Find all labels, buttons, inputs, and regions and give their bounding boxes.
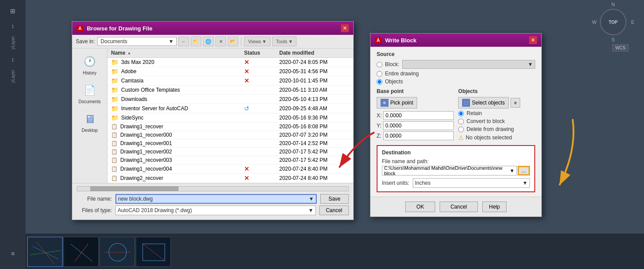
browse-close-button[interactable]: ✕ <box>341 24 349 32</box>
files-of-type-dropdown[interactable]: AutoCAD 2018 Drawing (*.dwg) ▼ <box>115 205 316 215</box>
sidebar-icon-2[interactable]: ↕ <box>4 19 22 33</box>
nav-label-history: History <box>83 71 96 75</box>
wb-actions: OK Cancel Help <box>370 197 541 217</box>
save-in-dropdown[interactable]: Documents ▼ <box>97 37 177 46</box>
file-name-cell: 📋Drawing1_recover002 <box>111 149 244 155</box>
wb-units-dropdown[interactable]: Inches ▼ <box>413 178 530 188</box>
toolbar-new-folder-btn[interactable]: 📂 <box>228 37 238 46</box>
wb-destination-section: Destination File name and path: C:\Users… <box>377 145 535 192</box>
wb-x-input[interactable] <box>383 111 454 120</box>
thumbnail-3[interactable] <box>100 237 135 267</box>
dwg-icon: 📋 <box>111 132 118 138</box>
wb-dest-path-input[interactable]: C:\Users\Mohammad Mahdi\OneDrive\Documen… <box>382 166 517 176</box>
documents-icon: 📄 <box>83 83 97 97</box>
file-status: ✕ <box>244 175 279 182</box>
file-name-input[interactable]: new block.dwg ▼ <box>115 194 317 204</box>
thumbnail-4[interactable] <box>136 237 171 267</box>
toolbar-back-btn[interactable]: ← <box>178 37 189 46</box>
tools-label: Tools <box>276 39 288 44</box>
file-row[interactable]: 📁Adobe ✕ 2020-05-31 4:56 PM <box>107 67 353 76</box>
sidebar-icon-1[interactable]: ⊞ <box>4 4 22 18</box>
wb-dest-path-arrow: ▼ <box>510 168 514 173</box>
wb-two-col: Base point ⊕ Pick point X: Y: Z: <box>377 88 535 142</box>
file-row[interactable]: 📁Custom Office Templates 2020-05-11 3:10… <box>107 86 353 95</box>
wb-units-arrow: ▼ <box>522 180 528 186</box>
wb-z-row: Z: <box>377 131 454 140</box>
file-row[interactable]: 📋Drawing1_recover001 2020-07-14 2:52 PM <box>107 139 353 148</box>
pick-point-icon: ⊕ <box>381 99 389 107</box>
wb-source-objects-row: Objects <box>377 78 535 85</box>
files-of-type-value: AutoCAD 2018 Drawing (*.dwg) <box>118 207 192 213</box>
save-button[interactable]: Save <box>320 194 349 204</box>
wb-cancel-button[interactable]: Cancel <box>440 202 478 212</box>
wb-block-dropdown[interactable]: ▼ <box>402 60 535 69</box>
wb-y-input[interactable] <box>383 121 454 130</box>
browse-scrollbar[interactable] <box>77 186 349 191</box>
wb-base-point-title: Base point <box>377 88 454 94</box>
wb-retain-radio[interactable] <box>458 111 464 116</box>
thumb-svg-3 <box>100 237 135 267</box>
wb-pick-point-btn[interactable]: ⊕ Pick point <box>377 97 417 108</box>
wb-dest-path-value: C:\Users\Mohammad Mahdi\OneDrive\Documen… <box>384 165 510 176</box>
file-row[interactable]: 📋Drawing1_recover000 2020-07-07 3:20 PM <box>107 131 353 139</box>
file-row[interactable]: 📋Drawing1_recover 2020-05-16 8:08 PM <box>107 123 353 131</box>
file-row[interactable]: 📁Inventor Server for AutoCAD ↺ 2020-09-2… <box>107 104 353 113</box>
wb-quickselect-btn[interactable]: ≡ <box>511 98 520 108</box>
wb-dest-browse-btn[interactable]: … <box>518 166 530 176</box>
wb-units-row: Insert units: Inches ▼ <box>382 178 530 188</box>
wb-delete-radio[interactable] <box>458 127 464 132</box>
cancel-button[interactable]: Cancel <box>319 205 349 215</box>
dwg-icon: 📋 <box>111 175 118 181</box>
file-row[interactable]: 📋Drawing1_recover004 ✕ 2020-07-24 8:40 P… <box>107 164 353 174</box>
wb-z-input[interactable] <box>383 131 454 140</box>
files-of-type-label: Files of type: <box>77 207 112 213</box>
nav-item-history[interactable]: 🕐 History <box>74 53 105 77</box>
wb-source-block-radio[interactable] <box>377 62 382 67</box>
file-row[interactable]: 📋Drawing2_recover ✕ 2020-07-24 8:40 PM <box>107 174 353 183</box>
file-row[interactable]: 📋Drawing1_recover002 2020-07-17 5:42 PM <box>107 148 353 156</box>
thumb-content-3 <box>100 237 134 266</box>
wb-source-objects-radio[interactable] <box>377 79 382 85</box>
sort-arrow: ▲ <box>127 51 131 55</box>
svg-rect-2 <box>28 237 63 267</box>
toolbar-folder-btn[interactable]: 📁 <box>191 37 201 46</box>
nav-item-desktop[interactable]: 🖥 Desktop <box>74 110 105 134</box>
toolbar-delete-btn[interactable]: ✕ <box>215 37 226 46</box>
file-table-header: Name ▲ Status Date modified <box>107 49 353 58</box>
wb-convert-label: Convert to block <box>466 118 505 124</box>
wb-close-button[interactable]: ✕ <box>529 36 537 44</box>
wb-source-entire-radio[interactable] <box>377 71 382 77</box>
compass-west: W <box>592 19 596 25</box>
wcs-button[interactable]: WCS <box>612 44 629 52</box>
tools-btn[interactable]: Tools ▼ <box>272 37 296 46</box>
nav-item-documents[interactable]: 📄 Documents <box>74 82 105 106</box>
autocad-logo-icon: A <box>77 26 83 31</box>
wb-select-objects-btn[interactable]: ⬚ Select objects <box>458 97 509 108</box>
write-block-dialog: A Write Block ✕ Source Block: ▼ <box>370 33 542 217</box>
wb-file-path-label: File name and path: <box>382 158 530 164</box>
browse-toolbar: Save in: Documents ▼ ← 📁 🌐 ✕ 📂 Views ▼ T… <box>72 35 353 49</box>
file-row[interactable]: 📁Downloads 2020-05-10 4:13 PM <box>107 95 353 104</box>
file-name-cell: 📋Drawing1_recover000 <box>111 132 244 138</box>
nav-label-documents: Documents <box>78 99 101 104</box>
file-row[interactable]: 📋Drawing1_recover003 2020-07-17 5:42 PM <box>107 156 353 164</box>
browse-save-in-area: Save in: Documents ▼ <box>76 37 177 46</box>
wb-source-block-row: Block: ▼ <box>377 60 535 69</box>
file-name-cell: 📋Drawing1_recover004 <box>111 166 244 172</box>
yellow-arrow <box>546 115 581 194</box>
toolbar-web-btn[interactable]: 🌐 <box>203 37 214 46</box>
file-row[interactable]: 📁Camtasia ✕ 2020-10-01 1:45 PM <box>107 76 353 86</box>
wb-convert-radio[interactable] <box>458 119 464 124</box>
wb-ok-button[interactable]: OK <box>405 202 435 212</box>
scrollbar-thumb[interactable] <box>90 187 178 191</box>
thumbnail-1[interactable] <box>27 237 63 267</box>
file-row[interactable]: 📁3ds Max 2020 ✕ 2020-07-24 8:05 PM <box>107 58 353 67</box>
browse-content: 🕐 History 📄 Documents 🖥 Desktop Name <box>72 49 353 183</box>
wb-help-button[interactable]: Help <box>482 202 507 212</box>
wb-convert-row: Convert to block <box>458 118 535 124</box>
sidebar-icon-bottom[interactable]: ≡ <box>4 247 22 260</box>
sidebar-icon-3[interactable]: ↕ <box>4 53 22 66</box>
thumbnail-2[interactable] <box>63 237 99 267</box>
file-row[interactable]: 📁SideSync 2020-05-16 9:36 PM <box>107 113 353 123</box>
views-btn[interactable]: Views ▼ <box>244 37 270 46</box>
